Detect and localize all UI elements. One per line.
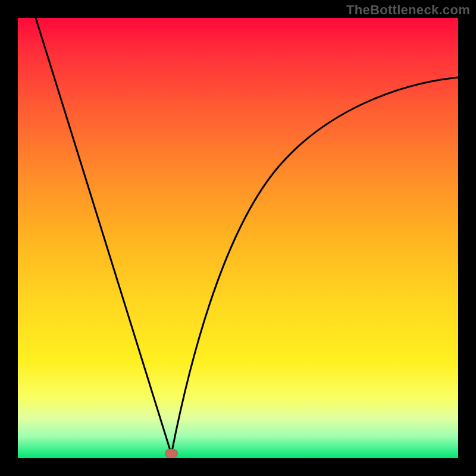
chart-plot-area (18, 18, 458, 458)
curve-left-branch (36, 18, 171, 454)
curve-right-branch (171, 77, 458, 454)
bottleneck-curve (18, 18, 458, 458)
minimum-marker (165, 449, 178, 458)
watermark-text: TheBottleneck.com (346, 2, 470, 18)
